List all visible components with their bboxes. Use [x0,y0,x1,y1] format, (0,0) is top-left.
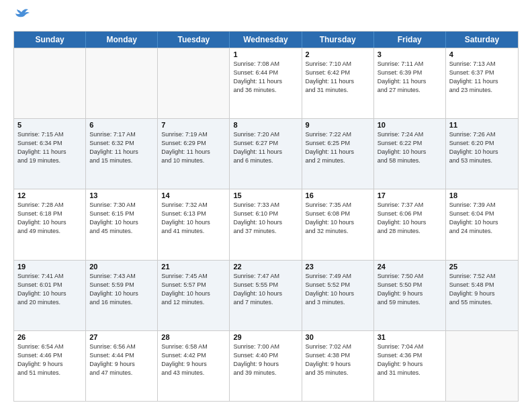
header [13,12,519,26]
day-number: 30 [306,333,370,341]
day-number: 31 [378,333,442,341]
calendar-week-4: 19Sunrise: 7:41 AM Sunset: 6:01 PM Dayli… [14,260,518,330]
day-info: Sunrise: 7:33 AM Sunset: 6:10 PM Dayligh… [233,201,298,236]
day-number: 28 [161,333,226,341]
logo [13,12,30,26]
logo-bird-icon [15,7,30,19]
day-info: Sunrise: 7:30 AM Sunset: 6:15 PM Dayligh… [89,201,154,236]
calendar-header-sunday: Sunday [14,32,86,48]
day-info: Sunrise: 7:28 AM Sunset: 6:18 PM Dayligh… [17,201,82,236]
calendar-week-3: 12Sunrise: 7:28 AM Sunset: 6:18 PM Dayli… [14,189,518,259]
day-info: Sunrise: 7:49 AM Sunset: 5:52 PM Dayligh… [306,272,370,307]
table-row: 5Sunrise: 7:15 AM Sunset: 6:34 PM Daylig… [14,119,86,189]
day-info: Sunrise: 7:20 AM Sunset: 6:27 PM Dayligh… [233,130,298,165]
day-number: 1 [233,50,298,58]
table-row: 17Sunrise: 7:37 AM Sunset: 6:06 PM Dayli… [374,189,446,259]
calendar-week-1: 1Sunrise: 7:08 AM Sunset: 6:44 PM Daylig… [14,48,518,118]
page: SundayMondayTuesdayWednesdayThursdayFrid… [0,0,532,411]
table-row: 3Sunrise: 7:11 AM Sunset: 6:39 PM Daylig… [374,48,446,118]
day-info: Sunrise: 6:54 AM Sunset: 4:46 PM Dayligh… [17,342,82,377]
day-number: 27 [89,333,154,341]
table-row: 13Sunrise: 7:30 AM Sunset: 6:15 PM Dayli… [86,189,158,259]
calendar-header-friday: Friday [374,32,446,48]
day-info: Sunrise: 7:19 AM Sunset: 6:29 PM Dayligh… [161,130,226,165]
day-info: Sunrise: 7:35 AM Sunset: 6:08 PM Dayligh… [306,201,370,236]
day-info: Sunrise: 7:22 AM Sunset: 6:25 PM Dayligh… [306,130,370,165]
table-row: 1Sunrise: 7:08 AM Sunset: 6:44 PM Daylig… [230,48,302,118]
table-row: 7Sunrise: 7:19 AM Sunset: 6:29 PM Daylig… [158,119,230,189]
table-row: 10Sunrise: 7:24 AM Sunset: 6:22 PM Dayli… [374,119,446,189]
day-number: 29 [233,333,298,341]
day-info: Sunrise: 7:08 AM Sunset: 6:44 PM Dayligh… [233,60,298,95]
day-info: Sunrise: 7:04 AM Sunset: 4:36 PM Dayligh… [378,342,442,377]
day-info: Sunrise: 6:58 AM Sunset: 4:42 PM Dayligh… [161,342,226,377]
table-row: 4Sunrise: 7:13 AM Sunset: 6:37 PM Daylig… [446,48,518,118]
day-info: Sunrise: 6:56 AM Sunset: 4:44 PM Dayligh… [89,342,154,377]
calendar-header-monday: Monday [86,32,158,48]
day-info: Sunrise: 7:41 AM Sunset: 6:01 PM Dayligh… [17,272,82,307]
table-row [86,48,158,118]
day-number: 25 [449,263,515,271]
day-info: Sunrise: 7:45 AM Sunset: 5:57 PM Dayligh… [161,272,226,307]
day-number: 7 [161,121,226,129]
day-info: Sunrise: 7:10 AM Sunset: 6:42 PM Dayligh… [306,60,370,95]
day-info: Sunrise: 7:17 AM Sunset: 6:32 PM Dayligh… [89,130,154,165]
day-number: 23 [306,263,370,271]
day-number: 19 [17,263,82,271]
day-number: 17 [378,191,442,199]
calendar-week-2: 5Sunrise: 7:15 AM Sunset: 6:34 PM Daylig… [14,118,518,189]
day-number: 3 [378,50,442,58]
day-info: Sunrise: 7:00 AM Sunset: 4:40 PM Dayligh… [233,342,298,377]
day-number: 13 [89,191,154,199]
day-info: Sunrise: 7:13 AM Sunset: 6:37 PM Dayligh… [449,60,515,95]
table-row: 21Sunrise: 7:45 AM Sunset: 5:57 PM Dayli… [158,261,230,330]
table-row: 14Sunrise: 7:32 AM Sunset: 6:13 PM Dayli… [158,189,230,259]
day-number: 2 [306,50,370,58]
table-row: 26Sunrise: 6:54 AM Sunset: 4:46 PM Dayli… [14,331,86,401]
calendar-header-saturday: Saturday [446,32,518,48]
table-row: 6Sunrise: 7:17 AM Sunset: 6:32 PM Daylig… [86,119,158,189]
day-number: 26 [17,333,82,341]
table-row: 16Sunrise: 7:35 AM Sunset: 6:08 PM Dayli… [302,189,374,259]
table-row [446,331,518,401]
day-number: 16 [306,191,370,199]
table-row: 9Sunrise: 7:22 AM Sunset: 6:25 PM Daylig… [302,119,374,189]
table-row: 29Sunrise: 7:00 AM Sunset: 4:40 PM Dayli… [230,331,302,401]
day-info: Sunrise: 7:52 AM Sunset: 5:48 PM Dayligh… [449,272,515,307]
day-number: 9 [306,121,370,129]
day-number: 20 [89,263,154,271]
day-info: Sunrise: 7:32 AM Sunset: 6:13 PM Dayligh… [161,201,226,236]
table-row: 27Sunrise: 6:56 AM Sunset: 4:44 PM Dayli… [86,331,158,401]
day-number: 21 [161,263,226,271]
day-number: 22 [233,263,298,271]
table-row: 28Sunrise: 6:58 AM Sunset: 4:42 PM Dayli… [158,331,230,401]
table-row: 24Sunrise: 7:50 AM Sunset: 5:50 PM Dayli… [374,261,446,330]
calendar-header-row: SundayMondayTuesdayWednesdayThursdayFrid… [14,32,518,48]
day-number: 24 [378,263,442,271]
day-number: 4 [449,50,515,58]
day-number: 5 [17,121,82,129]
day-number: 14 [161,191,226,199]
table-row: 15Sunrise: 7:33 AM Sunset: 6:10 PM Dayli… [230,189,302,259]
table-row: 12Sunrise: 7:28 AM Sunset: 6:18 PM Dayli… [14,189,86,259]
table-row: 25Sunrise: 7:52 AM Sunset: 5:48 PM Dayli… [446,261,518,330]
table-row [158,48,230,118]
day-info: Sunrise: 7:11 AM Sunset: 6:39 PM Dayligh… [378,60,442,95]
table-row: 30Sunrise: 7:02 AM Sunset: 4:38 PM Dayli… [302,331,374,401]
day-info: Sunrise: 7:47 AM Sunset: 5:55 PM Dayligh… [233,272,298,307]
table-row: 31Sunrise: 7:04 AM Sunset: 4:36 PM Dayli… [374,331,446,401]
calendar-week-5: 26Sunrise: 6:54 AM Sunset: 4:46 PM Dayli… [14,330,518,401]
day-info: Sunrise: 7:24 AM Sunset: 6:22 PM Dayligh… [378,130,442,165]
day-info: Sunrise: 7:39 AM Sunset: 6:04 PM Dayligh… [449,201,515,236]
day-number: 8 [233,121,298,129]
day-info: Sunrise: 7:15 AM Sunset: 6:34 PM Dayligh… [17,130,82,165]
table-row: 19Sunrise: 7:41 AM Sunset: 6:01 PM Dayli… [14,261,86,330]
calendar-header-tuesday: Tuesday [158,32,230,48]
day-info: Sunrise: 7:02 AM Sunset: 4:38 PM Dayligh… [306,342,370,377]
day-info: Sunrise: 7:37 AM Sunset: 6:06 PM Dayligh… [378,201,442,236]
table-row: 2Sunrise: 7:10 AM Sunset: 6:42 PM Daylig… [302,48,374,118]
calendar-header-wednesday: Wednesday [230,32,302,48]
calendar-body: 1Sunrise: 7:08 AM Sunset: 6:44 PM Daylig… [14,48,518,401]
day-info: Sunrise: 7:26 AM Sunset: 6:20 PM Dayligh… [449,130,515,165]
table-row: 11Sunrise: 7:26 AM Sunset: 6:20 PM Dayli… [446,119,518,189]
